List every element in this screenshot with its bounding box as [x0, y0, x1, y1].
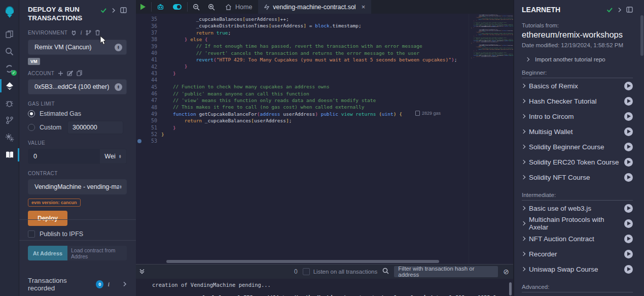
tutorial-item[interactable]: Recorder: [522, 246, 633, 261]
git-icon[interactable]: [0, 112, 19, 129]
learneth-book-icon[interactable]: [0, 146, 19, 163]
environment-select[interactable]: Remix VM (Cancun) ▲▼: [28, 40, 127, 55]
play-tutorial-button[interactable]: [624, 97, 633, 106]
tutorial-item-label: Solidity Beginner Course: [529, 143, 620, 151]
play-tutorial-button[interactable]: [624, 82, 633, 90]
at-address-input[interactable]: Load contract from Addres: [67, 246, 127, 260]
add-account-icon[interactable]: [58, 71, 63, 76]
tutorial-item[interactable]: Hash Checker Tutorial: [522, 93, 633, 109]
collapse-terminal-icon[interactable]: [139, 268, 145, 276]
tutorial-item[interactable]: Basics of Remix: [522, 78, 633, 93]
environment-info-icon[interactable]: i: [80, 28, 82, 37]
tutorial-item[interactable]: Solidity NFT Course: [522, 170, 633, 185]
evm-version-badge: evm version: cancun: [28, 199, 81, 207]
deploy-button[interactable]: Deploy: [28, 211, 67, 226]
tutorial-item-label: Intro to Circom: [529, 113, 620, 120]
deploy-run-icon[interactable]: [0, 77, 19, 94]
play-tutorial-button[interactable]: [624, 204, 633, 213]
tutorial-section-label: Intermediate:: [522, 192, 633, 201]
terminal-scrollbar[interactable]: [509, 282, 512, 295]
learneth-pin-icon[interactable]: [626, 7, 633, 14]
zoom-in-icon[interactable]: [204, 0, 219, 14]
play-tutorial-button[interactable]: [624, 265, 633, 274]
play-tutorial-button[interactable]: [624, 219, 633, 228]
transactions-expand-icon[interactable]: [123, 281, 127, 288]
play-tutorial-button[interactable]: [624, 250, 633, 258]
account-select[interactable]: 0x5B3...eddC4 (100 ether) ▲▼: [28, 79, 127, 94]
editor-minimap[interactable]: _cupcakeBalances[userAddress]++; _cupcak…: [469, 14, 513, 264]
learneth-expand-icon[interactable]: [618, 7, 622, 14]
ai-toggle-icon[interactable]: [168, 0, 186, 14]
code-line: 49 function getCupcakeBalanceFor(address…: [136, 111, 469, 117]
tutorial-item[interactable]: Multisig Wallet: [522, 124, 633, 139]
custom-gas-radio[interactable]: [28, 124, 35, 131]
chevron-right-icon: [521, 129, 525, 134]
estimated-gas-radio[interactable]: [28, 110, 35, 117]
terminal-search-icon[interactable]: [382, 268, 389, 276]
listen-all-checkbox[interactable]: [303, 268, 310, 275]
terminal-transaction-line: [vm] from: 0x5B3...eddC4 to: VendingMach…: [202, 293, 513, 296]
code-editor[interactable]: 35 _cupcakeBalances[userAddress]++;36 _c…: [136, 14, 513, 264]
copy-account-icon[interactable]: [77, 70, 82, 76]
run-script-icon[interactable]: [136, 0, 150, 14]
ai-assistant-icon[interactable]: [153, 0, 168, 14]
tab-close-icon[interactable]: ×: [362, 3, 366, 11]
tutorial-item-label: Multisig Wallet: [529, 128, 620, 136]
learneth-scrollbar[interactable]: [640, 0, 644, 296]
line-number: 39: [143, 44, 157, 49]
gas-limit-label: GAS LIMIT: [28, 101, 55, 107]
tutorial-item[interactable]: Basic use of web3.js: [522, 201, 633, 216]
scrollbar-thumb[interactable]: [640, 15, 643, 56]
publish-ipfs-checkbox[interactable]: [28, 231, 35, 238]
transaction-summary: [vm] from: 0x5B3...eddC4 to: VendingMach…: [202, 294, 513, 296]
solidity-compiler-icon[interactable]: ✓: [0, 60, 19, 77]
terminal-filter-input[interactable]: Filter with transaction hash or address: [394, 266, 498, 277]
play-tutorial-button[interactable]: [624, 127, 633, 136]
tutorial-item[interactable]: Solidity Beginner Course: [522, 139, 633, 154]
import-repo-row[interactable]: Import another tutorial repo: [526, 56, 633, 62]
at-address-button[interactable]: At Address: [28, 246, 67, 260]
code-line: 44: [136, 77, 469, 83]
contract-select[interactable]: VendingMachine - vending-machin ▲▼: [28, 179, 127, 194]
play-tutorial-button[interactable]: [624, 112, 633, 121]
plug-icon[interactable]: [71, 30, 77, 36]
play-tutorial-button[interactable]: [624, 173, 633, 182]
panel-expand-icon[interactable]: [112, 7, 116, 15]
file-explorer-icon[interactable]: [0, 25, 19, 43]
sign-message-icon[interactable]: [67, 70, 73, 76]
tab-home[interactable]: Home: [219, 0, 258, 14]
play-tutorial-button[interactable]: [624, 235, 633, 243]
transactions-info-icon[interactable]: i: [108, 280, 110, 288]
value-unit-select[interactable]: Wei ▲▼: [100, 149, 126, 163]
listen-all-label: Listen on all transactions: [313, 269, 378, 275]
play-tutorial-button[interactable]: [624, 143, 633, 151]
panel-pin-icon[interactable]: [120, 7, 127, 15]
tutorial-item[interactable]: NFT Auction Contract: [522, 231, 633, 246]
zoom-out-icon[interactable]: [189, 0, 204, 14]
remix-logo[interactable]: [0, 3, 19, 21]
clear-console-icon[interactable]: ⊘: [503, 268, 509, 276]
tutorial-section-label: Beginner:: [522, 70, 633, 78]
breakpoint-dot[interactable]: [136, 139, 143, 143]
line-number: 40: [143, 50, 157, 56]
tutorial-item[interactable]: Uniswap Swap Course: [522, 261, 633, 277]
fork-state-icon[interactable]: [86, 30, 91, 36]
terminal: 0 Listen on all transactions Filter with…: [136, 264, 513, 296]
search-icon[interactable]: [0, 43, 19, 60]
value-input[interactable]: 0: [28, 149, 100, 163]
horizontal-scrollbar[interactable]: [166, 260, 439, 263]
tab-file[interactable]: vending-machine-contract.sol ×: [258, 0, 371, 14]
tutorial-item[interactable]: All about Proxy Contracts: [522, 292, 633, 296]
tutorial-item[interactable]: Intro to Circom: [522, 109, 633, 124]
code-line: 43 }: [136, 70, 469, 77]
debugger-icon[interactable]: [0, 94, 19, 112]
transaction-count: 0: [294, 268, 298, 275]
line-number: 41: [143, 57, 157, 62]
code-line: 45 // Function to check how many cupcake…: [136, 83, 469, 90]
plugin-manager-icon[interactable]: [0, 129, 19, 146]
trash-icon[interactable]: [95, 29, 100, 36]
tutorial-item[interactable]: Solidity ERC20 Token Course: [522, 154, 633, 170]
play-tutorial-button[interactable]: [624, 158, 633, 167]
custom-gas-input[interactable]: 3000000: [67, 121, 123, 134]
tutorial-item[interactable]: Multichain Protocols with Axelar: [522, 216, 633, 231]
